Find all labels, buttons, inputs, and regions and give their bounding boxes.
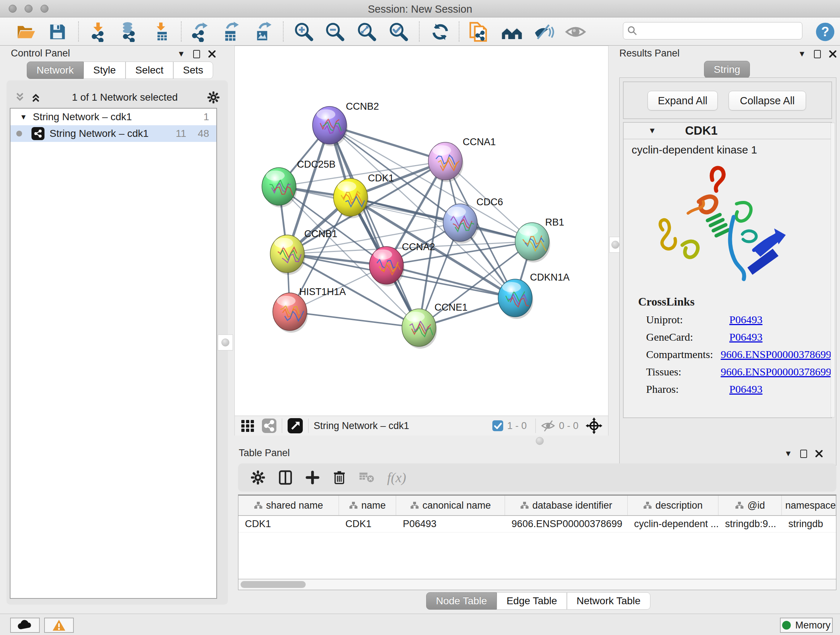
- create-column-button[interactable]: [305, 470, 320, 485]
- table-cell[interactable]: stringdb:9...: [718, 518, 782, 530]
- protein-card-header[interactable]: ▼ CDK1: [624, 123, 831, 139]
- fit-content-crosshair-icon[interactable]: [586, 417, 602, 434]
- network-node-ccnb2[interactable]: CCNB2: [313, 101, 379, 146]
- tissues-link[interactable]: 9606.ENSP00000378699: [721, 366, 831, 378]
- network-node-ccna2[interactable]: CCNA2: [369, 241, 435, 287]
- network-graph[interactable]: CCNB2CCNA1CDC25BCDK1CDC6RB1CCNB1CCNA2CDK…: [235, 46, 608, 415]
- table-horizontal-scrollbar[interactable]: [238, 579, 836, 590]
- first-neighbors-button[interactable]: [501, 21, 523, 43]
- compartments-link[interactable]: 9606.ENSP00000378699: [721, 348, 831, 361]
- network-options-gear-icon[interactable]: [207, 91, 220, 104]
- import-table-button[interactable]: [150, 21, 173, 43]
- save-session-button[interactable]: [46, 21, 69, 43]
- hide-selected-button[interactable]: [532, 21, 555, 43]
- uniprot-link[interactable]: P06493: [729, 314, 763, 326]
- zoom-selected-button[interactable]: [387, 21, 409, 43]
- search-input[interactable]: [638, 25, 793, 36]
- zoom-out-button[interactable]: [324, 21, 346, 43]
- scrollbar-thumb[interactable]: [240, 581, 306, 588]
- collapse-all-networks-icon[interactable]: [14, 92, 27, 103]
- network-row[interactable]: String Network – cdk1 11 48: [11, 125, 216, 142]
- tab-sets[interactable]: Sets: [173, 62, 213, 79]
- results-scrollbar[interactable]: [831, 123, 835, 417]
- left-splitter-grip[interactable]: [218, 334, 233, 350]
- import-network-database-button[interactable]: [117, 21, 140, 43]
- function-builder-button[interactable]: f(x): [387, 470, 406, 486]
- import-network-file-button[interactable]: [87, 21, 109, 43]
- window-title-bar: Session: New Session: [0, 0, 840, 17]
- clone-network-button[interactable]: [468, 21, 491, 43]
- grid-view-icon[interactable]: [240, 418, 255, 433]
- column-header--id[interactable]: @id: [718, 496, 782, 515]
- column-header-name[interactable]: name: [339, 496, 396, 515]
- tree-expander-icon[interactable]: ▼: [20, 113, 27, 121]
- help-button[interactable]: ?: [814, 21, 836, 43]
- tab-network-table[interactable]: Network Table: [567, 592, 651, 610]
- tab-select[interactable]: Select: [126, 62, 173, 79]
- zoom-fit-button[interactable]: [355, 21, 378, 43]
- network-node-cdkn1a[interactable]: CDKN1A: [498, 272, 570, 319]
- selected-checkbox-icon[interactable]: [492, 420, 504, 432]
- birds-eye-view-icon[interactable]: [287, 418, 303, 434]
- table-cell[interactable]: CDK1: [339, 518, 396, 530]
- column-header-shared-name[interactable]: shared name: [238, 496, 339, 515]
- collapse-card-icon[interactable]: ▼: [648, 126, 656, 135]
- tab-network[interactable]: Network: [27, 62, 84, 79]
- network-node-ccna1[interactable]: CCNA1: [428, 136, 496, 182]
- show-columns-button[interactable]: [278, 470, 293, 485]
- network-node-hist1h1a[interactable]: HIST1H1A: [273, 287, 346, 333]
- memory-button[interactable]: Memory: [780, 618, 833, 633]
- table-cell[interactable]: stringdb: [782, 518, 836, 530]
- warning-icon: [52, 619, 66, 631]
- network-edge[interactable]: [330, 125, 419, 328]
- float-panel-icon[interactable]: [193, 50, 200, 58]
- tab-edge-table[interactable]: Edge Table: [497, 592, 567, 610]
- crosslinks-section: CrossLinks Uniprot: P06493 GeneCard: P06…: [624, 295, 831, 395]
- close-panel-icon[interactable]: [208, 50, 216, 58]
- export-network-button[interactable]: [189, 21, 211, 43]
- table-options-button[interactable]: [250, 470, 265, 485]
- expand-all-button[interactable]: Expand All: [647, 91, 718, 111]
- tab-style[interactable]: Style: [84, 62, 126, 79]
- table-cell[interactable]: P06493: [396, 518, 505, 530]
- float-panel-icon[interactable]: [814, 50, 821, 58]
- zoom-in-button[interactable]: [292, 21, 315, 43]
- column-header-description[interactable]: description: [628, 496, 719, 515]
- string-view-icon[interactable]: [262, 418, 277, 433]
- table-cell[interactable]: cyclin-dependent ...: [628, 518, 719, 530]
- float-panel-icon[interactable]: [800, 450, 807, 458]
- collapse-panel-icon[interactable]: ▼: [177, 49, 185, 59]
- tab-string[interactable]: String: [704, 61, 750, 78]
- pharos-link[interactable]: P06493: [729, 383, 763, 395]
- open-session-button[interactable]: [14, 21, 37, 43]
- column-header-namespace[interactable]: namespace: [782, 496, 836, 515]
- network-node-ccne1[interactable]: CCNE1: [402, 302, 468, 348]
- delete-column-button[interactable]: [332, 470, 347, 485]
- collapse-panel-icon[interactable]: ▼: [798, 49, 806, 59]
- network-edge[interactable]: [290, 312, 419, 328]
- attribute-tree-icon: [643, 501, 652, 509]
- refresh-view-button[interactable]: [429, 21, 452, 43]
- table-cell[interactable]: CDK1: [238, 518, 339, 530]
- export-table-button[interactable]: [220, 21, 242, 43]
- cloud-status-button[interactable]: [10, 618, 40, 633]
- collapse-panel-icon[interactable]: ▼: [784, 449, 792, 458]
- column-header-canonical-name[interactable]: canonical name: [396, 496, 505, 515]
- hide-eye-icon: [533, 21, 554, 42]
- close-panel-icon[interactable]: [829, 50, 837, 58]
- network-collection-row[interactable]: ▼ String Network – cdk1 1: [11, 109, 216, 125]
- network-node-rb1[interactable]: RB1: [515, 217, 564, 263]
- show-all-button[interactable]: [564, 21, 587, 43]
- table-row[interactable]: CDK1CDK1P064939606.ENSP00000378699cyclin…: [238, 516, 836, 532]
- genecard-link[interactable]: P06493: [729, 331, 763, 343]
- network-status-dot: [16, 131, 22, 136]
- warnings-button[interactable]: [44, 618, 74, 633]
- export-image-button[interactable]: [252, 21, 274, 43]
- column-header-database-identifier[interactable]: database identifier: [505, 496, 628, 515]
- delete-table-button[interactable]: [359, 471, 375, 484]
- tab-node-table[interactable]: Node Table: [426, 592, 497, 610]
- table-cell[interactable]: 9606.ENSP00000378699: [505, 518, 628, 530]
- close-panel-icon[interactable]: [815, 450, 823, 458]
- expand-all-networks-icon[interactable]: [30, 92, 43, 103]
- collapse-all-button[interactable]: Collapse All: [729, 91, 806, 111]
